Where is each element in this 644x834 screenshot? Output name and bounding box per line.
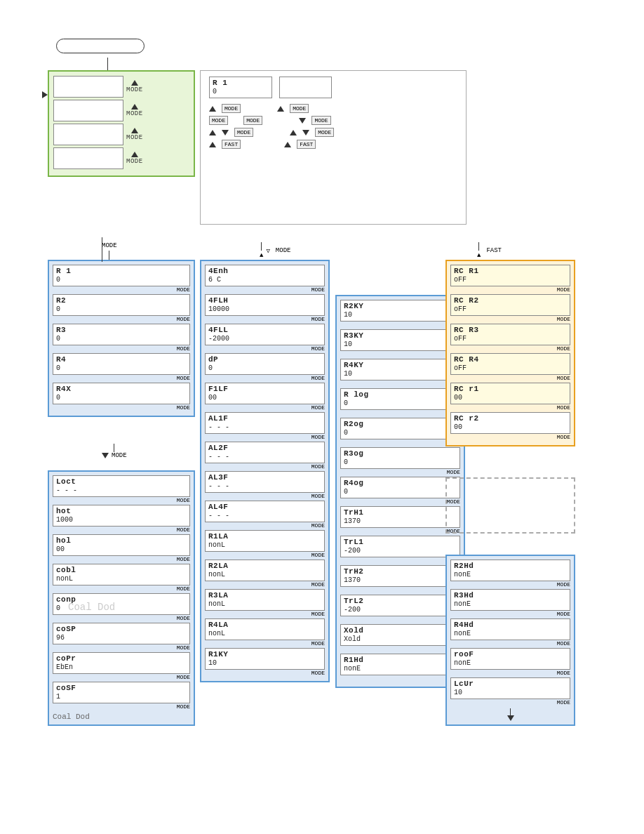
alif-display: AL1F - - - — [205, 412, 325, 434]
a4og-mode: MODE — [340, 498, 460, 505]
green-display-3 — [53, 124, 123, 145]
acr1b-mode: MODE — [450, 404, 570, 411]
left-blue-a3: R3 0 MODE — [53, 324, 190, 352]
green-row-1: MODE — [53, 76, 189, 98]
r4hd-row: R4Hd nonE MODE — [450, 618, 570, 647]
cobl-row: cobl nonL MODE — [53, 564, 190, 592]
cosf-row: coSF 1 MODE — [53, 682, 190, 710]
page-container: MODE MODE MODE — [0, 0, 644, 834]
trl2-row: TrL2 -200 MODE — [340, 595, 460, 623]
lcur-display: LcUr 10 — [450, 677, 570, 699]
lock-display: Loct - - - — [53, 475, 190, 497]
coal-dod-label: Coal Dod — [53, 713, 190, 721]
green-left-arrow — [42, 91, 48, 98]
acr1b-display: RC r1 00 — [450, 383, 570, 404]
a2la-row: R2LA nonL MODE — [205, 560, 325, 588]
al3f-mode: MODE — [205, 493, 325, 499]
right-top-arrows: ▲ FAST — [477, 242, 502, 259]
a3ky-display: R3KY 10 — [340, 329, 460, 351]
a4-display: R4 0 — [53, 353, 190, 375]
acr1-display: RC R1 oFF — [450, 265, 570, 286]
trl2-mode: MODE — [340, 616, 460, 623]
cobl-mode: MODE — [53, 585, 190, 592]
a1hd-mode: MODE — [340, 675, 460, 682]
stll-row: 4FLL -2000 MODE — [205, 324, 325, 352]
green-display-2 — [53, 100, 123, 121]
a4ky-display: R4KY 10 — [340, 359, 460, 380]
hol-row: hol 00 MODE — [53, 534, 190, 562]
acr3-mode: MODE — [450, 345, 570, 352]
dp-row: dP 0 MODE — [205, 353, 325, 381]
a3ky-row: R3KY 10 MODE — [340, 329, 460, 357]
a2-mode: MODE — [53, 316, 190, 322]
roof-row: rooF nonE MODE — [450, 648, 570, 676]
inst-top-display: R 1 0 — [209, 77, 457, 98]
trh1-mode: MODE — [340, 528, 460, 534]
vline-green-to-leftblue — [102, 237, 102, 262]
left-blue-section: R 1 0 MODE R2 0 MODE R3 0 MODE R — [48, 260, 195, 417]
alif-mode: MODE — [205, 434, 325, 440]
a1ky-display: R1KY 10 — [205, 648, 325, 670]
pill-shape — [56, 39, 145, 53]
green-section: MODE MODE MODE — [48, 70, 195, 177]
hold-display: Xold Xold — [340, 624, 460, 646]
inst-display-gray — [279, 77, 332, 98]
stlh-row: 4FLH 10000 MODE — [205, 294, 325, 322]
hol-display: hol 00 — [53, 534, 190, 556]
acr4-mode: MODE — [450, 375, 570, 381]
a2la-display: R2LA nonL — [205, 560, 325, 581]
green-row-4: MODE — [53, 147, 189, 169]
cosp-row: coSP 96 MODE — [53, 623, 190, 651]
a1hd-row: R1Hd nonE MODE — [340, 654, 460, 682]
left-blue-a1: R 1 0 MODE — [53, 265, 190, 293]
green-row-3: MODE — [53, 124, 189, 145]
trh1-display: TrH1 1370 — [340, 506, 460, 528]
acr2b-row: RC r2 00 MODE — [450, 412, 570, 440]
filf-row: F1LF 00 MODE — [205, 383, 325, 411]
green-display-1 — [53, 76, 123, 98]
stlh-display: 4FLH 10000 — [205, 294, 325, 316]
a1-mode: MODE — [53, 286, 190, 293]
trh1-row: TrH1 1370 MODE — [340, 506, 460, 534]
a4ky-row: R4KY 10 MODE — [340, 359, 460, 387]
copr-mode: MODE — [53, 674, 190, 680]
al3f-display: AL3F - - - — [205, 471, 325, 493]
left-blue-a2: R2 0 MODE — [53, 294, 190, 322]
inst-display: R 1 0 — [209, 77, 272, 98]
lock-row: Loct - - - MODE — [53, 475, 190, 503]
a2ky-mode: MODE — [340, 322, 460, 328]
a2og-mode: MODE — [340, 439, 460, 446]
middle-blue-section: 4Enh 6 C MODE 4FLH 10000 MODE 4FLL -2000… — [200, 260, 330, 682]
al4f-mode: MODE — [205, 522, 325, 529]
green-row-2: MODE — [53, 100, 189, 121]
left-blue-a4x: R4X 0 MODE — [53, 383, 190, 411]
a4x-display: R4X 0 — [53, 383, 190, 404]
a3ky-mode: MODE — [340, 351, 460, 357]
r4hd-display: R4Hd nonE — [450, 618, 570, 640]
stll-display: 4FLL -2000 — [205, 324, 325, 345]
top-pill — [56, 39, 145, 53]
cobl-display: cobl nonL — [53, 564, 190, 585]
left-blue-a4: R4 0 MODE — [53, 353, 190, 381]
r2hd-row: R2Hd nonE MODE — [450, 560, 570, 588]
a2la-mode: MODE — [205, 581, 325, 588]
filf-mode: MODE — [205, 404, 325, 411]
green-mode-3: MODE — [126, 128, 143, 141]
trh2-mode: MODE — [340, 587, 460, 593]
a2ky-display: R2KY 10 — [340, 300, 460, 322]
copr-display: coPr EbEn — [53, 652, 190, 674]
a4og-row: R4og 0 MODE — [340, 477, 460, 505]
acr1-row: RC R1 oFF MODE — [450, 265, 570, 293]
cosp-mode: MODE — [53, 644, 190, 651]
kenh-row: 4Enh 6 C MODE — [205, 265, 325, 293]
hot-mode: MODE — [53, 527, 190, 533]
inst-row-1: MODE MODE — [209, 104, 457, 113]
acr4-display: RC R4 oFF — [450, 353, 570, 375]
watermark-coal-dod: Coal Dod — [68, 602, 115, 613]
hol-mode: MODE — [53, 556, 190, 562]
inst-row-3: MODE MODE — [209, 128, 457, 137]
right-blue-bottom-arrow — [450, 708, 570, 721]
a2-display: R2 0 — [53, 294, 190, 316]
lcur-mode: MODE — [450, 699, 570, 706]
right-blue-section: R2Hd nonE MODE R3Hd nonE MODE R4Hd nonE … — [445, 555, 575, 726]
